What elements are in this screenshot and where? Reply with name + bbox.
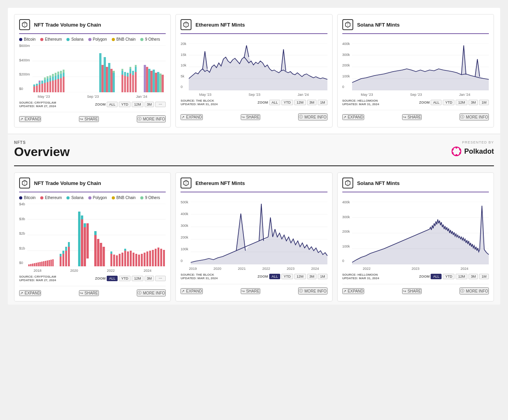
- zoom-12m-btn-1[interactable]: 12M: [132, 102, 143, 107]
- nft-trade-volume-card-top: NFT Trade Volume by Chain Bitcoin Ethere…: [14, 14, 171, 127]
- zoom-12m-btn-6[interactable]: 12M: [456, 274, 467, 279]
- svg-point-84: [456, 154, 458, 156]
- source-zoom-3: SOURCE: HELLOMOON UPDATED: MAR 31, 2024 …: [342, 99, 489, 106]
- zoom-12m-btn-3[interactable]: 12M: [456, 100, 467, 105]
- svg-rect-36: [63, 70, 64, 73]
- zoom-1m-btn-5[interactable]: 1M: [318, 274, 327, 279]
- more-info-button-2[interactable]: ⓘ MORE INFO: [298, 113, 327, 120]
- svg-marker-155: [191, 204, 327, 264]
- share-button-4[interactable]: ↪ SHARE: [79, 290, 98, 296]
- expand-button-4[interactable]: ↗ EXPAND: [19, 290, 41, 296]
- x-axis-1: May '23 Sep '23 Jan '24: [19, 95, 166, 99]
- presented-by-block: PRESENTED BY Polkadot: [451, 140, 494, 157]
- zoom-3m-btn-5[interactable]: 3M: [307, 274, 317, 279]
- zoom-ytd-btn-4[interactable]: YTD: [119, 276, 131, 281]
- share-button-5[interactable]: ↪ SHARE: [241, 288, 260, 294]
- info-icon-5: ⓘ: [299, 288, 303, 294]
- chart-header-2: Ethereum NFT Mints: [181, 19, 327, 34]
- svg-rect-34: [63, 77, 64, 92]
- zoom-ytd-btn-2[interactable]: YTD: [281, 100, 293, 105]
- zoom-3m-btn-2[interactable]: 3M: [307, 100, 317, 105]
- share-button-6[interactable]: ↪ SHARE: [402, 288, 422, 294]
- zoom-3m-btn-4[interactable]: 3M: [145, 276, 154, 281]
- expand-button-2[interactable]: ↗ EXPAND: [181, 114, 202, 120]
- svg-rect-106: [50, 260, 52, 266]
- more-info-button-1[interactable]: ⓘ MORE INFO: [137, 115, 166, 122]
- svg-rect-19: [49, 81, 51, 92]
- zoom-ytd-btn-1[interactable]: YTD: [119, 102, 131, 107]
- svg-rect-13: [44, 83, 46, 92]
- svg-rect-135: [127, 251, 129, 266]
- chart-footer-6: ↗ EXPAND ↪ SHARE ⓘ MORE INFO: [342, 284, 489, 294]
- zoom-3m-btn-3[interactable]: 3M: [469, 100, 478, 105]
- svg-rect-35: [63, 73, 64, 77]
- zoom-all-btn-3[interactable]: ALL: [431, 100, 442, 105]
- expand-button-5[interactable]: ↗ EXPAND: [181, 288, 202, 294]
- expand-button-3[interactable]: ↗ EXPAND: [342, 114, 364, 120]
- nft-trade-volume-card-bottom: NFT Trade Volume by Chain Bitcoin Ethere…: [14, 172, 171, 302]
- chart-area-1: [32, 45, 166, 92]
- zoom-1m-btn-2[interactable]: 1M: [318, 100, 327, 105]
- overview-section: NFTS Overview PRESENTED BY Polkadot: [8, 134, 500, 305]
- zoom-all-btn-2[interactable]: ALL: [269, 100, 280, 105]
- x-axis-2: May '23 Sep '23 Jan '24: [181, 93, 327, 97]
- zoom-3m-btn-6[interactable]: 3M: [469, 274, 478, 279]
- more-info-button-4[interactable]: ⓘ MORE INFO: [137, 289, 166, 296]
- more-info-button-3[interactable]: ⓘ MORE INFO: [460, 113, 489, 120]
- share-button-1[interactable]: ↪ SHARE: [79, 116, 98, 122]
- svg-rect-97: [34, 263, 36, 266]
- zoom-12m-btn-5[interactable]: 12M: [294, 274, 306, 279]
- svg-rect-116: [78, 212, 80, 266]
- svg-rect-61: [143, 65, 146, 92]
- svg-rect-50: [124, 72, 126, 76]
- chart-cube-icon-2: [181, 19, 191, 30]
- zoom-custom-btn-4[interactable]: ⋯: [155, 276, 166, 281]
- zoom-12m-btn-2[interactable]: 12M: [294, 100, 306, 105]
- zoom-12m-btn-4[interactable]: 12M: [132, 276, 143, 281]
- svg-rect-30: [57, 72, 59, 75]
- legend-polygon-1: Polygon: [88, 37, 107, 41]
- share-button-2[interactable]: ↪ SHARE: [241, 114, 260, 120]
- zoom-ytd-btn-6[interactable]: YTD: [443, 274, 454, 279]
- x-axis-6: 2022 2023 2024: [342, 267, 489, 271]
- svg-rect-11: [41, 84, 43, 92]
- info-icon-6: ⓘ: [460, 288, 464, 294]
- zoom-ytd-btn-3[interactable]: YTD: [443, 100, 454, 105]
- svg-rect-7: [36, 84, 38, 86]
- zoom-all-btn-4[interactable]: ALL: [107, 276, 118, 281]
- zoom-all-btn-6[interactable]: ALL: [431, 274, 442, 279]
- zoom-custom-btn-1[interactable]: ⋯: [155, 102, 166, 107]
- share-button-3[interactable]: ↪ SHARE: [402, 114, 422, 120]
- chart-title-6: Solana NFT Mints: [357, 180, 400, 186]
- share-icon-6: ↪: [403, 289, 406, 293]
- svg-rect-56: [132, 75, 134, 92]
- chart-footer-4: ↗ EXPAND ↪ SHARE ⓘ MORE INFO: [19, 286, 166, 296]
- zoom-ytd-btn-5[interactable]: YTD: [281, 274, 293, 279]
- svg-rect-118: [81, 215, 83, 219]
- zoom-3m-btn-1[interactable]: 3M: [145, 102, 154, 107]
- svg-marker-81: [352, 45, 489, 90]
- svg-rect-18: [47, 76, 48, 79]
- zoom-all-btn-1[interactable]: ALL: [107, 102, 118, 107]
- svg-rect-122: [94, 235, 97, 266]
- svg-rect-28: [57, 79, 59, 92]
- zoom-1m-btn-6[interactable]: 1M: [479, 274, 489, 279]
- zoom-all-btn-5[interactable]: ALL: [269, 274, 280, 279]
- expand-button-1[interactable]: ↗ EXPAND: [19, 116, 41, 122]
- legend-bnb-4: BNB Chain: [112, 196, 136, 200]
- svg-rect-107: [52, 259, 54, 266]
- svg-rect-16: [47, 82, 48, 92]
- svg-rect-21: [49, 75, 51, 78]
- info-icon-2: ⓘ: [299, 114, 303, 120]
- chart-title-3: Solana NFT Mints: [357, 22, 400, 28]
- svg-rect-32: [60, 74, 62, 78]
- svg-rect-139: [138, 255, 140, 266]
- chart-title-4: NFT Trade Volume by Chain: [34, 180, 101, 186]
- svg-rect-120: [84, 223, 86, 227]
- zoom-1m-btn-3[interactable]: 1M: [479, 100, 489, 105]
- more-info-button-6[interactable]: ⓘ MORE INFO: [460, 287, 489, 294]
- more-info-button-5[interactable]: ⓘ MORE INFO: [298, 287, 327, 294]
- expand-button-6[interactable]: ↗ EXPAND: [342, 288, 364, 294]
- zoom-controls-6: ZOOM ALL YTD 12M 3M 1M: [419, 274, 489, 279]
- chart-cube-icon-6: [342, 178, 353, 188]
